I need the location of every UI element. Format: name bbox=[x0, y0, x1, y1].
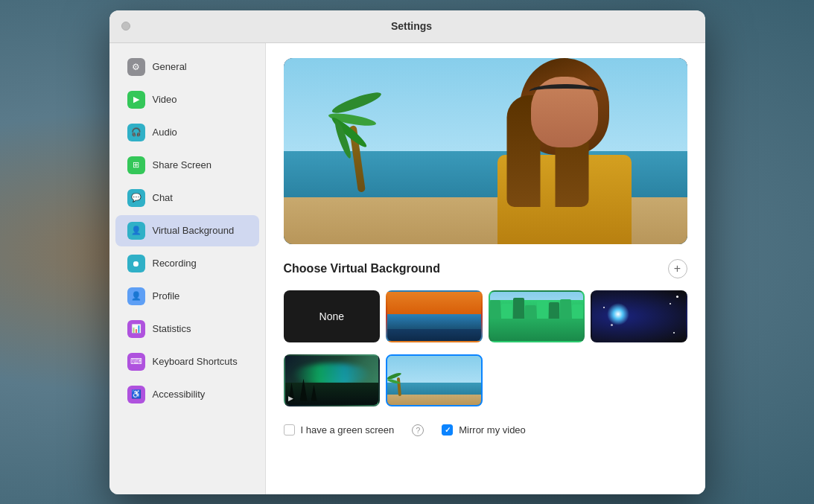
audio-icon: 🎧 bbox=[127, 124, 145, 141]
sidebar-label-recording: Recording bbox=[153, 258, 197, 269]
accessibility-icon: ♿ bbox=[127, 386, 145, 403]
mirror-video-group[interactable]: Mirror my video bbox=[442, 424, 526, 436]
sidebar-item-chat[interactable]: 💬 Chat bbox=[115, 182, 259, 214]
sidebar-label-profile: Profile bbox=[153, 290, 180, 302]
window-title: Settings bbox=[130, 20, 693, 32]
sidebar-item-video[interactable]: ▶ Video bbox=[115, 84, 259, 115]
video-preview bbox=[284, 58, 687, 244]
green-screen-group[interactable]: I have a green screen bbox=[284, 424, 395, 436]
space-glow bbox=[607, 303, 629, 325]
titlebar: Settings bbox=[109, 10, 705, 43]
chat-icon: 💬 bbox=[127, 189, 145, 207]
sidebar-item-audio[interactable]: 🎧 Audio bbox=[115, 117, 259, 148]
share-screen-icon: ⊞ bbox=[127, 156, 145, 174]
none-label: None bbox=[319, 310, 344, 322]
sidebar-label-virtual-background: Virtual Background bbox=[153, 225, 235, 236]
mirror-video-checkbox[interactable] bbox=[442, 424, 453, 436]
background-golden-gate[interactable] bbox=[386, 290, 483, 342]
sidebar-item-recording[interactable]: ⏺ Recording bbox=[115, 248, 259, 279]
settings-window: Settings ⚙ General ▶ Video 🎧 Audi bbox=[109, 10, 705, 494]
content-area: ⚙ General ▶ Video 🎧 Audio ⊞ S bbox=[109, 43, 705, 494]
recording-icon: ⏺ bbox=[127, 255, 145, 272]
sidebar: ⚙ General ▶ Video 🎧 Audio ⊞ S bbox=[109, 43, 266, 494]
sidebar-label-statistics: Statistics bbox=[153, 323, 191, 334]
main-content: Choose Virtual Background + None bbox=[266, 43, 705, 494]
sidebar-item-statistics[interactable]: 📊 Statistics bbox=[115, 313, 259, 345]
sidebar-item-virtual-background[interactable]: 👤 Virtual Background bbox=[115, 215, 259, 246]
profile-icon: 👤 bbox=[127, 287, 145, 305]
background-none[interactable]: None bbox=[284, 290, 381, 342]
traffic-light-close[interactable] bbox=[121, 22, 130, 31]
sidebar-label-general: General bbox=[153, 61, 187, 72]
green-screen-checkbox[interactable] bbox=[284, 424, 295, 436]
background-grid-row1: None bbox=[284, 290, 687, 342]
gear-icon: ⚙ bbox=[127, 58, 145, 76]
palm-tree bbox=[358, 125, 366, 192]
background-grass[interactable] bbox=[489, 290, 585, 342]
section-title-row: Choose Virtual Background + bbox=[284, 259, 687, 278]
video-indicator-icon: ▶ bbox=[288, 395, 293, 402]
background-aurora[interactable]: ▶ bbox=[284, 354, 381, 406]
sidebar-item-profile[interactable]: 👤 Profile bbox=[115, 281, 259, 312]
mirror-video-label: Mirror my video bbox=[459, 424, 526, 436]
add-background-button[interactable]: + bbox=[668, 259, 687, 278]
sidebar-label-video: Video bbox=[153, 94, 177, 105]
sidebar-label-audio: Audio bbox=[153, 127, 177, 138]
person-overlay bbox=[471, 58, 658, 244]
sidebar-label-share-screen: Share Screen bbox=[153, 159, 212, 170]
background-beach[interactable] bbox=[386, 354, 483, 406]
background-grid-row2: ▶ bbox=[284, 354, 687, 406]
green-screen-help-icon[interactable]: ? bbox=[412, 424, 424, 436]
sidebar-label-keyboard-shortcuts: Keyboard Shortcuts bbox=[153, 356, 238, 367]
bottom-options-row: I have a green screen ? Mirror my video bbox=[284, 424, 687, 436]
sidebar-item-keyboard-shortcuts[interactable]: ⌨ Keyboard Shortcuts bbox=[115, 346, 259, 377]
sidebar-item-accessibility[interactable]: ♿ Accessibility bbox=[115, 379, 259, 410]
sidebar-label-chat: Chat bbox=[153, 192, 173, 203]
video-icon: ▶ bbox=[127, 91, 145, 109]
green-screen-label: I have a green screen bbox=[301, 424, 395, 436]
virtual-background-icon: 👤 bbox=[127, 222, 145, 240]
statistics-icon: 📊 bbox=[127, 320, 145, 338]
sidebar-item-general[interactable]: ⚙ General bbox=[115, 51, 259, 83]
section-title: Choose Virtual Background bbox=[284, 262, 440, 275]
keyboard-icon: ⌨ bbox=[127, 353, 145, 371]
sidebar-label-accessibility: Accessibility bbox=[153, 389, 206, 400]
background-space[interactable] bbox=[591, 290, 687, 342]
sidebar-item-share-screen[interactable]: ⊞ Share Screen bbox=[115, 150, 259, 181]
